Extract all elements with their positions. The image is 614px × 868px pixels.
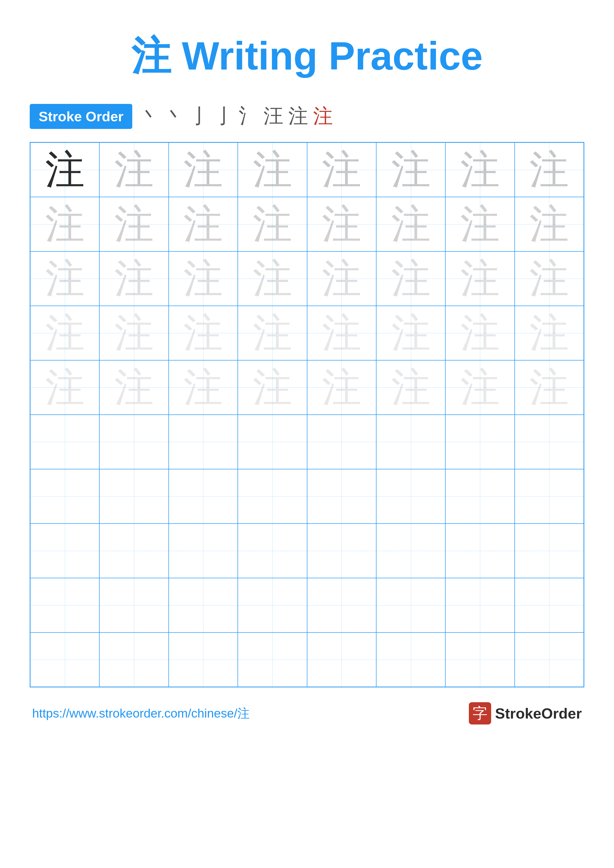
footer: https://www.strokeorder.com/chinese/注 字 … [30,702,584,724]
grid-cell [376,578,445,632]
grid-cell [30,415,99,469]
practice-char: 注 [45,259,85,298]
grid-cell: 注 [376,197,445,251]
footer-url[interactable]: https://www.strokeorder.com/chinese/注 [32,705,250,722]
grid-cell: 注 [99,197,168,251]
grid-cell: 注 [376,360,445,415]
grid-cell: 注 [238,251,307,306]
grid-cell [445,469,515,524]
grid-cell: 注 [307,251,376,306]
stroke-6: 汪 [264,103,283,130]
practice-char: 注 [183,368,223,407]
practice-char: 注 [253,368,292,407]
practice-char: 注 [253,259,292,298]
grid-cell [515,415,584,469]
grid-cell [445,632,515,687]
grid-cell: 注 [169,143,238,197]
grid-cell [307,578,376,632]
practice-char: 注 [391,205,431,244]
grid-cell: 注 [30,360,99,415]
grid-cell [515,632,584,687]
writing-grid: 注注注注注注注注注注注注注注注注注注注注注注注注注注注注注注注注注注注注注注注注 [30,142,584,687]
stroke-1: 丶 [140,103,160,130]
footer-logo: 字 StrokeOrder [469,702,582,724]
grid-cell [307,524,376,578]
grid-cell [515,578,584,632]
grid-cell: 注 [376,143,445,197]
grid-cell [169,469,238,524]
practice-char: 注 [460,368,500,407]
practice-char: 注 [183,150,223,189]
grid-cell [169,415,238,469]
grid-cell: 注 [169,360,238,415]
practice-char: 注 [45,313,85,353]
stroke-order-section: Stroke Order 丶 丶 亅 亅 氵 汪 注 注 [30,103,584,130]
grid-cell [307,469,376,524]
practice-char: 注 [45,205,85,244]
stroke-5: 氵 [239,103,259,130]
practice-char: 注 [460,150,500,189]
grid-cell [445,415,515,469]
grid-cell: 注 [307,360,376,415]
grid-cell: 注 [515,197,584,251]
practice-char: 注 [322,368,361,407]
grid-cell: 注 [445,197,515,251]
stroke-3: 亅 [189,103,209,130]
grid-cell: 注 [99,251,168,306]
grid-cell [238,469,307,524]
page: 注 Writing Practice Stroke Order 丶 丶 亅 亅 … [0,0,614,868]
practice-char: 注 [529,259,569,298]
practice-char: 注 [114,313,154,353]
grid-cell [169,632,238,687]
practice-char: 注 [529,368,569,407]
grid-cell: 注 [307,197,376,251]
grid-cell: 注 [515,306,584,360]
practice-char: 注 [391,313,431,353]
grid-cell: 注 [238,360,307,415]
grid-cell: 注 [30,143,99,197]
grid-cell: 注 [238,306,307,360]
practice-char: 注 [114,368,154,407]
grid-cell: 注 [445,143,515,197]
practice-char: 注 [114,150,154,189]
practice-char: 注 [391,259,431,298]
practice-char: 注 [391,368,431,407]
stroke-2: 丶 [165,103,184,130]
grid-cell: 注 [515,143,584,197]
grid-cell: 注 [238,197,307,251]
practice-char: 注 [114,205,154,244]
grid-cell: 注 [515,251,584,306]
grid-cell: 注 [169,197,238,251]
grid-cell: 注 [445,306,515,360]
grid-cell: 注 [445,251,515,306]
grid-cell [30,524,99,578]
practice-char: 注 [529,313,569,353]
grid-cell: 注 [99,306,168,360]
stroke-order-badge: Stroke Order [30,104,132,129]
grid-cell: 注 [99,360,168,415]
practice-char: 注 [45,150,85,189]
practice-char: 注 [322,150,361,189]
practice-char: 注 [391,150,431,189]
grid-cell: 注 [30,306,99,360]
grid-cell: 注 [376,251,445,306]
grid-cell [238,415,307,469]
practice-char: 注 [460,313,500,353]
practice-char: 注 [114,259,154,298]
grid-cell: 注 [307,306,376,360]
grid-cell: 注 [445,360,515,415]
practice-char: 注 [183,313,223,353]
grid-cell [30,632,99,687]
grid-cell [445,578,515,632]
grid-cell [307,632,376,687]
grid-cell [376,632,445,687]
stroke-4: 亅 [214,103,234,130]
practice-char: 注 [460,205,500,244]
practice-char: 注 [322,259,361,298]
grid-cell: 注 [169,306,238,360]
grid-cell: 注 [238,143,307,197]
grid-cell [99,469,168,524]
grid-cell [169,524,238,578]
grid-cell [99,578,168,632]
title-area: 注 Writing Practice [30,30,584,83]
